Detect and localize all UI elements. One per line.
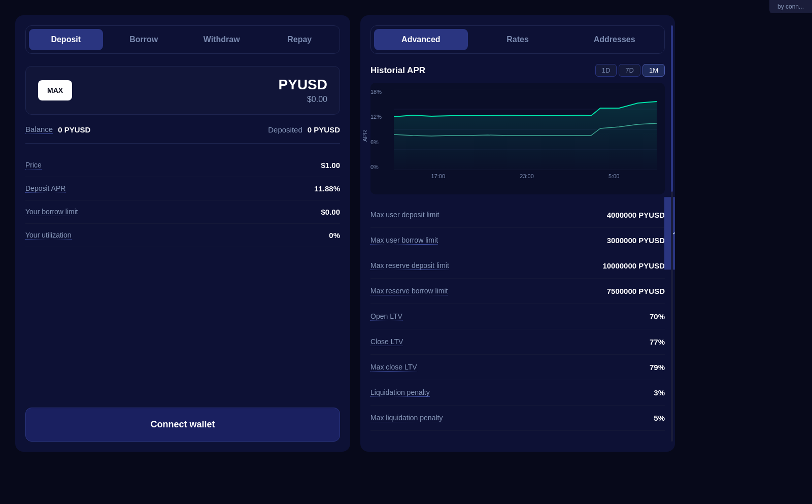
stat-price-value: $1.00 [321, 161, 340, 170]
param-open-ltv-value: 70% [650, 312, 665, 321]
param-max-reserve-borrow: Max reserve borrow limit 7500000 PYUSD [370, 279, 665, 304]
connect-wallet-button[interactable]: Connect wallet [25, 408, 340, 442]
param-close-ltv-label: Close LTV [370, 338, 403, 346]
amount-right: PYUSD $0.00 [279, 77, 327, 104]
amount-box: MAX PYUSD $0.00 [25, 66, 340, 115]
x-label-1700: 17:00 [431, 173, 446, 179]
less-parameters-tab[interactable]: Less parameters ‹ [664, 197, 675, 270]
param-max-close-ltv-label: Max close LTV [370, 363, 417, 372]
tab-borrow[interactable]: Borrow [107, 29, 181, 50]
param-max-user-deposit-label: Max user deposit limit [370, 211, 439, 219]
x-label-0500: 5:00 [608, 173, 619, 179]
scrollbar-thumb[interactable] [671, 25, 673, 192]
chart-time-buttons: 1D 7D 1M [595, 64, 665, 77]
param-max-liquidation-penalty-label: Max liquidation penalty [370, 414, 443, 422]
balance-item: Balance 0 PYUSD [25, 125, 90, 134]
chart-svg [394, 89, 657, 170]
topbar-text: by conn... [777, 3, 804, 10]
stat-utilization-label: Your utilization [25, 231, 72, 240]
param-max-user-borrow-label: Max user borrow limit [370, 236, 438, 245]
param-max-reserve-borrow-label: Max reserve borrow limit [370, 287, 448, 295]
y-label-6: 6% [370, 139, 382, 145]
param-max-reserve-borrow-value: 7500000 PYUSD [607, 287, 665, 295]
chart-y-labels: 18% 12% 6% 0% [370, 89, 382, 170]
top-bar: by conn... [769, 0, 812, 13]
stat-utilization-value: 0% [329, 231, 340, 240]
chart-section: Historial APR 1D 7D 1M APR [370, 64, 665, 194]
time-btn-7d[interactable]: 7D [619, 64, 640, 77]
chart-title: Historial APR [370, 65, 425, 76]
y-label-12: 12% [370, 114, 382, 120]
right-panel: Advanced Rates Addresses Historial APR 1… [360, 15, 675, 452]
stat-deposit-apr-label: Deposit APR [25, 184, 65, 193]
tab-withdraw[interactable]: Withdraw [185, 29, 259, 50]
param-liquidation-penalty: Liquidation penalty 3% [370, 380, 665, 406]
token-name: PYUSD [279, 77, 327, 93]
chart-x-labels: 17:00 23:00 5:00 [379, 173, 657, 179]
x-label-2300: 23:00 [520, 173, 534, 179]
param-liquidation-penalty-label: Liquidation penalty [370, 388, 430, 397]
chart-wrapper: APR [370, 83, 665, 194]
balance-label: Balance [25, 125, 53, 134]
deposited-label: Deposited [268, 125, 302, 134]
chart-header: Historial APR 1D 7D 1M [370, 64, 665, 77]
main-container: Deposit Borrow Withdraw Repay MAX PYUSD … [0, 0, 812, 504]
apr-axis-label: APR [362, 130, 368, 142]
left-tab-row: Deposit Borrow Withdraw Repay [25, 25, 340, 54]
right-tab-row: Advanced Rates Addresses [370, 25, 665, 54]
stat-deposit-apr-value: 11.88% [314, 184, 340, 193]
param-open-ltv: Open LTV 70% [370, 304, 665, 329]
stat-deposit-apr: Deposit APR 11.88% [25, 177, 340, 200]
balance-value: 0 PYUSD [58, 125, 90, 134]
param-max-user-deposit: Max user deposit limit 4000000 PYUSD [370, 203, 665, 228]
balance-row: Balance 0 PYUSD Deposited 0 PYUSD [25, 125, 340, 144]
params-list: Max user deposit limit 4000000 PYUSD Max… [370, 203, 665, 431]
param-max-user-borrow: Max user borrow limit 3000000 PYUSD [370, 228, 665, 253]
stat-borrow-limit-value: $0.00 [321, 208, 340, 216]
deposited-value: 0 PYUSD [308, 125, 340, 134]
param-liquidation-penalty-value: 3% [654, 388, 665, 397]
tab-addresses[interactable]: Addresses [567, 29, 661, 50]
param-close-ltv-value: 77% [650, 338, 665, 346]
param-open-ltv-label: Open LTV [370, 312, 402, 321]
stat-price: Price $1.00 [25, 154, 340, 177]
time-btn-1m[interactable]: 1M [642, 64, 665, 77]
stat-borrow-limit-label: Your borrow limit [25, 208, 78, 216]
time-btn-1d[interactable]: 1D [595, 64, 617, 77]
y-label-18: 18% [370, 89, 382, 95]
param-max-close-ltv-value: 79% [650, 363, 665, 372]
param-max-close-ltv: Max close LTV 79% [370, 355, 665, 380]
y-label-0: 0% [370, 164, 382, 170]
tab-deposit[interactable]: Deposit [29, 29, 103, 50]
stat-borrow-limit: Your borrow limit $0.00 [25, 200, 340, 224]
param-max-reserve-deposit: Max reserve deposit limit 10000000 PYUSD [370, 253, 665, 279]
param-max-liquidation-penalty-value: 5% [654, 414, 665, 422]
param-close-ltv: Close LTV 77% [370, 329, 665, 355]
deposited-item: Deposited 0 PYUSD [268, 125, 340, 134]
param-max-user-borrow-value: 3000000 PYUSD [607, 236, 665, 245]
param-max-user-deposit-value: 4000000 PYUSD [607, 211, 665, 219]
param-max-reserve-deposit-value: 10000000 PYUSD [602, 261, 665, 270]
tab-advanced[interactable]: Advanced [374, 29, 468, 50]
stat-price-label: Price [25, 161, 42, 170]
tab-rates[interactable]: Rates [471, 29, 565, 50]
token-usd: $0.00 [279, 95, 327, 104]
left-panel: Deposit Borrow Withdraw Repay MAX PYUSD … [15, 15, 350, 452]
tab-repay[interactable]: Repay [263, 29, 337, 50]
param-max-liquidation-penalty: Max liquidation penalty 5% [370, 406, 665, 431]
max-button[interactable]: MAX [38, 80, 72, 100]
param-max-reserve-deposit-label: Max reserve deposit limit [370, 261, 449, 270]
stat-utilization: Your utilization 0% [25, 224, 340, 247]
stats-list: Price $1.00 Deposit APR 11.88% Your borr… [25, 154, 340, 247]
scrollbar-track[interactable] [671, 25, 673, 442]
